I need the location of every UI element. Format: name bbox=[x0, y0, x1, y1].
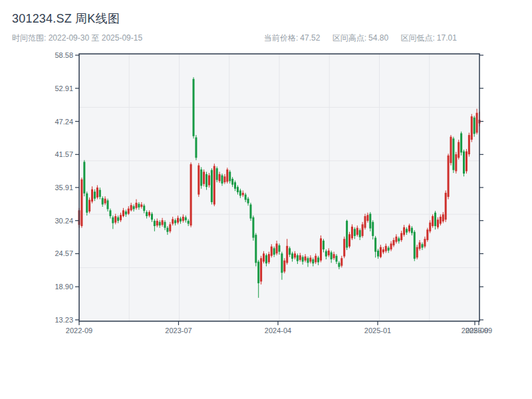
candle-body bbox=[317, 257, 319, 262]
candle-down bbox=[346, 219, 348, 250]
candle-up bbox=[351, 224, 353, 240]
candle-body bbox=[237, 187, 239, 192]
candle-body bbox=[213, 166, 215, 205]
candle-up bbox=[320, 235, 322, 262]
candle-down bbox=[216, 166, 218, 182]
candle-body bbox=[437, 219, 439, 227]
candle-body bbox=[80, 180, 82, 226]
candle-body bbox=[356, 228, 358, 235]
candle-body bbox=[299, 255, 301, 260]
candle-body bbox=[362, 224, 364, 236]
x-axis-tick-label: 2025-01 bbox=[364, 327, 391, 334]
candle-body bbox=[195, 138, 197, 158]
candle-body bbox=[125, 211, 127, 214]
candle-body bbox=[211, 170, 213, 202]
candle-up bbox=[203, 170, 205, 186]
candle-body bbox=[130, 205, 132, 210]
candle-body bbox=[91, 190, 93, 201]
candle-body bbox=[419, 243, 421, 249]
candle-body bbox=[136, 203, 138, 208]
y-axis-tick-label: 47.24 bbox=[55, 118, 73, 126]
candle-body bbox=[414, 232, 416, 259]
candle-body bbox=[255, 235, 257, 263]
candle-body bbox=[151, 214, 153, 220]
candle-up bbox=[455, 152, 457, 174]
candle-body bbox=[99, 190, 101, 198]
candle-body bbox=[440, 217, 442, 224]
kline-chart: 58.5852.9147.2441.5735.9130.2424.5718.90… bbox=[0, 0, 532, 399]
x-axis-tick-label: 2022-09 bbox=[66, 327, 92, 334]
candle-body bbox=[226, 170, 228, 182]
candle-body bbox=[369, 214, 371, 229]
candle-body bbox=[382, 249, 384, 252]
candle-body bbox=[452, 138, 454, 170]
candle-body bbox=[305, 257, 307, 261]
candle-body bbox=[328, 251, 330, 255]
candle-body bbox=[450, 137, 452, 163]
y-axis-tick-label: 24.57 bbox=[55, 249, 73, 257]
candle-body bbox=[128, 209, 130, 214]
candle-body bbox=[203, 172, 205, 184]
candle-down bbox=[250, 203, 252, 221]
candle-body bbox=[442, 214, 444, 221]
candle-body bbox=[174, 220, 176, 223]
candle-body bbox=[323, 241, 325, 249]
y-axis-tick-label: 13.23 bbox=[55, 316, 73, 324]
y-axis-tick-label: 30.24 bbox=[55, 217, 73, 225]
candle-body bbox=[234, 182, 236, 189]
candle-body bbox=[294, 253, 296, 257]
candle-body bbox=[182, 217, 184, 221]
candle-body bbox=[364, 216, 366, 228]
candle-down bbox=[211, 168, 213, 204]
candle-body bbox=[377, 251, 379, 257]
candle-up bbox=[88, 198, 90, 213]
candle-down bbox=[414, 230, 416, 261]
y-axis-tick-label: 41.57 bbox=[55, 150, 73, 158]
candle-up bbox=[362, 222, 364, 238]
candle-body bbox=[471, 116, 473, 140]
candle-body bbox=[138, 204, 140, 207]
candle-up bbox=[445, 190, 447, 221]
candle-body bbox=[265, 255, 267, 263]
candle-body bbox=[260, 258, 262, 281]
x-axis-tick-label: 2025-09 bbox=[466, 327, 492, 334]
candle-up bbox=[450, 135, 452, 166]
candle-body bbox=[120, 215, 122, 220]
candle-body bbox=[291, 253, 293, 259]
candle-body bbox=[309, 257, 311, 261]
candle-body bbox=[458, 142, 460, 158]
candle-body bbox=[219, 174, 221, 182]
candle-up bbox=[80, 178, 82, 227]
candle-body bbox=[476, 113, 478, 133]
candle-body bbox=[104, 199, 106, 203]
candle-body bbox=[190, 164, 192, 225]
candle-body bbox=[338, 263, 340, 267]
candle-down bbox=[195, 135, 197, 160]
candle-down bbox=[86, 192, 88, 215]
candle-body bbox=[406, 229, 408, 232]
candle-body bbox=[148, 212, 150, 215]
candle-body bbox=[354, 229, 356, 236]
candle-body bbox=[312, 259, 314, 263]
candle-body bbox=[271, 247, 273, 256]
candle-body bbox=[422, 244, 424, 247]
candle-body bbox=[343, 239, 345, 256]
candle-body bbox=[279, 245, 281, 252]
candle-body bbox=[86, 194, 88, 213]
candle-body bbox=[302, 257, 304, 261]
candle-body bbox=[348, 234, 350, 246]
y-axis-tick-label: 58.58 bbox=[55, 51, 73, 59]
candle-body bbox=[385, 246, 387, 251]
candle-body bbox=[143, 205, 145, 211]
candle-body bbox=[426, 229, 428, 240]
candle-body bbox=[180, 219, 182, 221]
candle-up bbox=[198, 163, 200, 197]
candle-body bbox=[231, 179, 233, 185]
candle-up bbox=[260, 256, 262, 285]
candle-down bbox=[452, 137, 454, 173]
candle-body bbox=[96, 188, 98, 198]
candle-body bbox=[198, 166, 200, 195]
candle-body bbox=[434, 213, 436, 226]
candle-down bbox=[463, 150, 465, 176]
candle-up bbox=[468, 133, 470, 157]
